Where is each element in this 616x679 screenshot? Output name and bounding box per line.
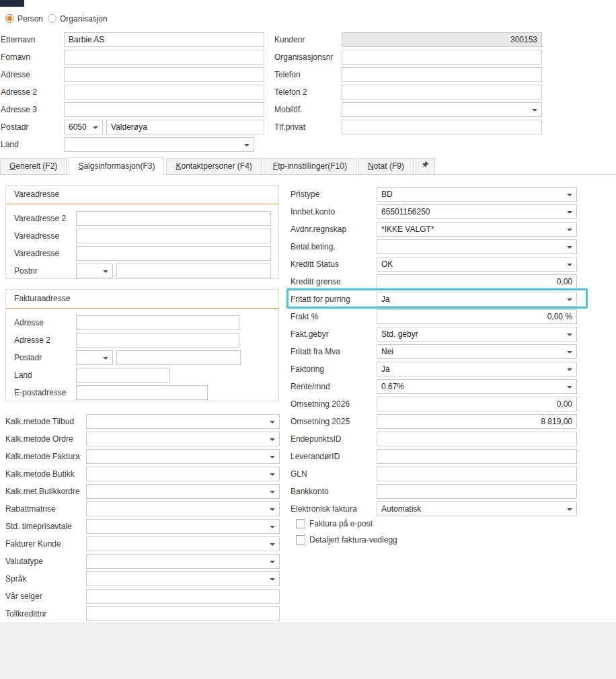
detaljert-vedlegg-checkbox-label: Detaljert faktura-vedlegg xyxy=(309,534,397,546)
chevron-down-icon xyxy=(567,298,572,301)
gln-row: GLN xyxy=(0,467,616,481)
telefon-input[interactable] xyxy=(342,67,542,82)
chevron-down-icon xyxy=(270,578,275,581)
avdnr-regnskap-label: Avdnr.regnskap xyxy=(291,222,346,237)
mobiltlf-label: Mobiltlf. xyxy=(274,102,302,117)
tab-label: Notat (F9) xyxy=(368,159,404,174)
tab-kontaktpersoner[interactable]: Kontaktpersoner (F4) xyxy=(166,158,261,174)
rente-mnd-value: 0.67% xyxy=(381,380,404,393)
betal-beting-select[interactable] xyxy=(377,239,577,254)
betal-beting-label: Betal.beting. xyxy=(291,239,336,254)
kreditt-status-select[interactable]: OK xyxy=(377,257,577,272)
omsetning-2025-input[interactable] xyxy=(377,414,577,429)
frakt-input[interactable] xyxy=(377,309,577,324)
omsetning-2026-label: Omsetning 2026 xyxy=(291,397,350,411)
kundenr-input xyxy=(342,32,542,47)
omsetning-2026-input[interactable] xyxy=(377,397,577,411)
chevron-down-icon xyxy=(532,109,537,112)
avdnr-regnskap-select[interactable]: *IKKE VALGT* xyxy=(377,222,577,237)
sprak-select[interactable] xyxy=(86,571,280,586)
fakt-gebyr-row: Fakt.gebyr Std. gebyr xyxy=(0,327,616,342)
tab-salgsinformasjon[interactable]: Salgsinformasjon(F3) xyxy=(69,157,164,175)
entity-type-radiogroup: Person Organisasjon xyxy=(0,13,616,24)
telefon2-input[interactable] xyxy=(342,85,542,99)
pin-tab-button[interactable] xyxy=(416,158,435,174)
bankkonto-input[interactable] xyxy=(377,484,577,499)
innbet-konto-select[interactable]: 65501156250 xyxy=(377,204,577,219)
var-selger-row: Vår selger xyxy=(0,589,616,604)
valutatype-label: Valutatype xyxy=(5,554,43,569)
tlfprivat-label: Tlf.privat xyxy=(274,120,305,134)
sprak-row: Språk xyxy=(0,571,616,586)
rente-mnd-select[interactable]: 0.67% xyxy=(377,379,577,394)
fakt-gebyr-select[interactable]: Std. gebyr xyxy=(377,327,577,342)
endepunktsid-input[interactable] xyxy=(377,432,577,446)
kreditt-status-row: Kreditt Status OK xyxy=(0,257,616,272)
kundenr-label: Kundenr xyxy=(274,32,305,47)
kreditt-grense-row: Kreditt grense xyxy=(0,274,616,289)
organisasjon-radio[interactable] xyxy=(48,14,56,23)
land-label: Land xyxy=(1,137,19,152)
tab-notat[interactable]: Notat (F9) xyxy=(358,158,414,174)
faktura-epost-row: Faktura på e-post xyxy=(0,518,616,532)
var-selger-input[interactable] xyxy=(86,589,280,604)
valutatype-select[interactable] xyxy=(86,554,280,569)
fritatt-for-purring-select[interactable]: Ja xyxy=(377,292,577,307)
chevron-down-icon xyxy=(567,368,572,371)
detaljert-vedlegg-checkbox[interactable] xyxy=(296,535,305,545)
land-select[interactable] xyxy=(64,137,254,152)
rente-mnd-label: Rente/mnd xyxy=(291,379,330,394)
valutatype-row: Valutatype xyxy=(0,554,616,569)
tollkredittnr-input[interactable] xyxy=(86,606,280,621)
chevron-down-icon xyxy=(567,229,572,231)
telefon-row: Telefon xyxy=(0,67,616,82)
leverandorid-input[interactable] xyxy=(377,449,577,464)
tollkredittnr-row: Tollkredittnr xyxy=(0,606,616,621)
person-radio[interactable] xyxy=(5,14,14,23)
pristype-select[interactable]: BD xyxy=(377,187,577,202)
elektronisk-faktura-select[interactable]: Automatisk xyxy=(377,502,577,516)
avdnr-regnskap-value: *IKKE VALGT* xyxy=(381,223,434,236)
pristype-label: Pristype xyxy=(291,187,319,202)
chevron-down-icon xyxy=(567,246,572,249)
fritatt-fra-mva-label: Fritatt fra Mva xyxy=(291,344,340,359)
chevron-down-icon xyxy=(567,508,572,511)
mobiltlf-select[interactable] xyxy=(342,102,542,117)
chevron-down-icon xyxy=(567,194,572,196)
faktura-epost-checkbox[interactable] xyxy=(296,519,305,528)
tlfprivat-input[interactable] xyxy=(342,120,542,134)
tab-label: Generelt (F2) xyxy=(9,159,57,174)
bankkonto-row: Bankkonto xyxy=(0,484,616,499)
leverandorid-row: LeverandørID xyxy=(0,449,616,464)
elektronisk-faktura-value: Automatisk xyxy=(381,502,421,516)
kundenr-row: Kundenr xyxy=(0,32,616,47)
tab-generelt[interactable]: Generelt (F2) xyxy=(0,158,67,174)
pin-icon xyxy=(422,158,429,173)
faktura-epost-checkbox-label: Faktura på e-post xyxy=(309,518,373,530)
chevron-down-icon xyxy=(567,211,572,214)
land-row: Land xyxy=(0,137,616,152)
organisasjonsnr-input[interactable] xyxy=(342,50,542,65)
telefon2-label: Telefon 2 xyxy=(274,85,307,99)
tab-label: Kontaktpersoner (F4) xyxy=(176,159,252,174)
leverandorid-label: LeverandørID xyxy=(291,449,340,464)
tab-bar: Generelt (F2) Salgsinformasjon(F3) Konta… xyxy=(0,157,616,175)
window-titlebar-fragment xyxy=(0,0,24,7)
tab-label: Salgsinformasjon(F3) xyxy=(78,158,155,175)
faktoring-row: Faktoring Ja xyxy=(0,362,616,376)
fritatt-fra-mva-row: Fritatt fra Mva Nei xyxy=(0,344,616,359)
telefon-label: Telefon xyxy=(274,67,301,82)
rente-mnd-row: Rente/mnd 0.67% xyxy=(0,379,616,394)
fritatt-fra-mva-select[interactable]: Nei xyxy=(377,344,577,359)
fakt-gebyr-label: Fakt.gebyr xyxy=(291,327,329,342)
chevron-down-icon xyxy=(567,264,572,266)
frakt-label: Frakt % xyxy=(291,309,318,324)
innbet-konto-row: Innbet.konto 65501156250 xyxy=(0,204,616,219)
detaljert-vedlegg-row: Detaljert faktura-vedlegg xyxy=(0,534,616,549)
faktoring-select[interactable]: Ja xyxy=(377,362,577,376)
kreditt-grense-input[interactable] xyxy=(377,274,577,289)
fritatt-for-purring-value: Ja xyxy=(381,292,390,306)
tab-ftp-innstillinger[interactable]: Ftp-innstillinger(F10) xyxy=(264,158,356,174)
gln-input[interactable] xyxy=(377,467,577,481)
chevron-down-icon xyxy=(567,386,572,389)
